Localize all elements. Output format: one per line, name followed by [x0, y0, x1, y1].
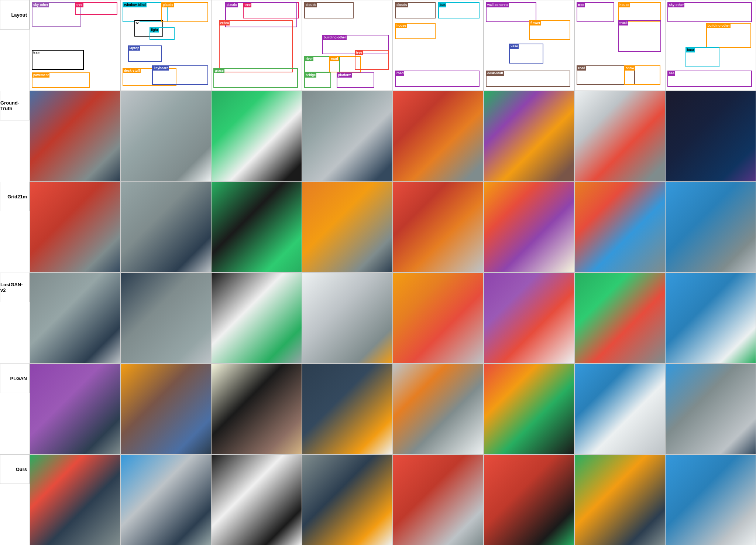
- lostgan-sea: [665, 273, 756, 363]
- gt-sea: [665, 91, 756, 182]
- ours-computer: [120, 454, 211, 545]
- plgan-truck: [574, 363, 665, 454]
- grid21m-train: [30, 182, 120, 273]
- lostgan-computer: [120, 273, 211, 363]
- grid21m-flowers: [484, 182, 574, 273]
- main-grid: Layout sky-other tree train pavement: [0, 0, 756, 545]
- grid21m-bus: [393, 182, 484, 273]
- lostgan-truck: [574, 273, 665, 363]
- ours-sea: [665, 454, 756, 545]
- row-label-grid21m: Grid21m: [0, 182, 30, 211]
- grid21m-zebra: [211, 182, 302, 273]
- lostgan-bus: [393, 273, 484, 363]
- grid21m-truck: [574, 182, 665, 273]
- plgan-sea: [665, 363, 756, 454]
- ours-zebra: [211, 454, 302, 545]
- ours-truck: [574, 454, 665, 545]
- lostgan-flowers: [484, 273, 574, 363]
- row-label-ours: Ours: [0, 454, 30, 484]
- layout-cell-computer: Window-blind tv light plastic laptop des…: [120, 0, 211, 91]
- ours-train: [30, 454, 120, 545]
- gt-bus: [393, 91, 484, 182]
- row-label-gt: Ground-Truth: [0, 91, 30, 120]
- gt-clouds: [302, 91, 393, 182]
- layout-cell-clouds: clouds building-other river road tree br…: [302, 0, 393, 91]
- gt-truck: [574, 91, 665, 182]
- layout-cell-train: sky-other tree train pavement: [30, 0, 120, 91]
- gt-zebra: [211, 91, 302, 182]
- lostgan-clouds: [302, 273, 393, 363]
- row-label-layout: Layout: [0, 0, 30, 30]
- grid21m-clouds: [302, 182, 393, 273]
- plgan-computer: [120, 363, 211, 454]
- gt-flowers: [484, 91, 574, 182]
- layout-cell-sea: sky-other building-other boat sea: [665, 0, 756, 91]
- layout-cell-bus: clouds bus house road: [393, 0, 484, 91]
- row-label-plgan: PLGAN: [0, 363, 30, 393]
- lostgan-zebra: [211, 273, 302, 363]
- ours-flowers: [484, 454, 574, 545]
- plgan-zebra: [211, 363, 302, 454]
- plgan-clouds: [302, 363, 393, 454]
- ours-clouds: [302, 454, 393, 545]
- plgan-train: [30, 363, 120, 454]
- row-label-lostgan: LostGAN-v2: [0, 273, 30, 302]
- ours-bus: [393, 454, 484, 545]
- plgan-bus: [393, 363, 484, 454]
- layout-cell-zebra: tree plastic zebra grass: [211, 0, 302, 91]
- lostgan-train: [30, 273, 120, 363]
- plgan-flowers: [484, 363, 574, 454]
- layout-cell-flowers: wall-concrete flower vase desk-stuff: [484, 0, 574, 91]
- gt-train: [30, 91, 120, 182]
- grid21m-computer: [120, 182, 211, 273]
- layout-cell-truck: tree house truck road snow: [574, 0, 665, 91]
- grid21m-sea: [665, 182, 756, 273]
- gt-computer: [120, 91, 211, 182]
